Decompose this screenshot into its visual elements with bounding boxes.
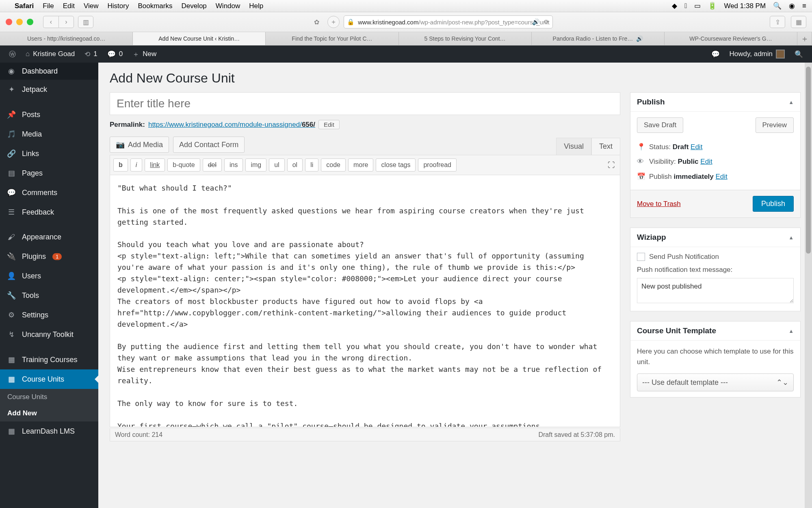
app-name[interactable]: Safari bbox=[15, 2, 34, 10]
wifi-icon[interactable]: 􀙇 bbox=[684, 2, 687, 10]
sidebar-item-learndash-lms[interactable]: ▦LearnDash LMS bbox=[0, 421, 98, 441]
airplay-icon[interactable]: ▭ bbox=[694, 2, 701, 10]
extension-icon[interactable]: ✿ bbox=[310, 16, 323, 28]
sidebar-item-pages[interactable]: ▤Pages bbox=[0, 163, 98, 183]
sidebar-item-dashboard[interactable]: ◉Dashboard bbox=[0, 63, 98, 80]
edit-permalink-button[interactable]: Edit bbox=[318, 120, 340, 129]
quicktag-ol[interactable]: ol bbox=[287, 158, 303, 172]
account-link[interactable]: Howdy, admin bbox=[725, 50, 790, 59]
edit-visibility-link[interactable]: Edit bbox=[700, 158, 712, 165]
evernote-icon[interactable]: ◆ bbox=[672, 2, 677, 10]
sidebar-item-training-courses[interactable]: ▦Training Courses bbox=[0, 350, 98, 369]
menu-help[interactable]: Help bbox=[249, 2, 263, 10]
scrollbar[interactable] bbox=[805, 63, 812, 508]
quicktag-b[interactable]: b bbox=[113, 158, 128, 172]
reload-icon[interactable]: ⟳ bbox=[544, 18, 549, 26]
sidebar-item-comments[interactable]: 💬Comments bbox=[0, 183, 98, 202]
preview-button[interactable]: Preview bbox=[756, 117, 794, 133]
wp-logo[interactable]: ⓦ bbox=[4, 46, 21, 63]
visual-tab[interactable]: Visual bbox=[556, 138, 591, 155]
battery-icon[interactable]: 🔋 bbox=[708, 2, 717, 10]
browser-tab[interactable]: Users - http://kristinegoad.co… bbox=[0, 32, 133, 45]
menu-develop[interactable]: Develop bbox=[181, 2, 206, 10]
push-message-textarea[interactable] bbox=[637, 278, 794, 303]
clock[interactable]: Wed 1:38 PM bbox=[724, 2, 766, 10]
siri-icon[interactable]: ◉ bbox=[789, 2, 795, 10]
save-draft-button[interactable]: Save Draft bbox=[637, 117, 683, 133]
browser-tab[interactable]: Pandora Radio - Listen to Fre… 🔊 bbox=[532, 32, 665, 45]
menu-bookmarks[interactable]: Bookmarks bbox=[138, 2, 172, 10]
post-content-textarea[interactable] bbox=[110, 175, 620, 427]
publish-button[interactable]: Publish bbox=[753, 196, 794, 212]
sidebar-item-jetpack[interactable]: ✦Jetpack bbox=[0, 80, 98, 99]
quicktag-proofread[interactable]: proofread bbox=[418, 158, 457, 172]
fullscreen-icon[interactable]: ⛶ bbox=[606, 159, 617, 171]
browser-tab[interactable]: Find the Topic for Your Pilot C… bbox=[266, 32, 398, 45]
sidebar-button[interactable]: ▥ bbox=[78, 16, 93, 28]
quicktag-img[interactable]: img bbox=[245, 158, 266, 172]
zoom-window-icon[interactable] bbox=[27, 19, 33, 25]
tab-audio-icon[interactable]: 🔊 bbox=[636, 35, 643, 42]
text-tab[interactable]: Text bbox=[591, 138, 620, 155]
spotlight-icon[interactable]: 🔍 bbox=[773, 2, 782, 10]
search-icon[interactable]: 🔍 bbox=[790, 50, 808, 59]
push-notification-checkbox[interactable] bbox=[637, 253, 645, 261]
move-to-trash-link[interactable]: Move to Trash bbox=[637, 200, 681, 208]
toggle-icon[interactable]: ▲ bbox=[788, 99, 794, 105]
forward-button[interactable]: › bbox=[58, 16, 74, 28]
comments-link[interactable]: 💬0 bbox=[102, 46, 128, 63]
menu-window[interactable]: Window bbox=[216, 2, 240, 10]
sidebar-item-media[interactable]: 🎵Media bbox=[0, 124, 98, 144]
sidebar-item-plugins[interactable]: 🔌Plugins1 bbox=[0, 247, 98, 266]
minimize-window-icon[interactable] bbox=[16, 19, 23, 25]
close-window-icon[interactable] bbox=[6, 19, 12, 25]
sidebar-item-settings[interactable]: ⚙Settings bbox=[0, 305, 98, 325]
sidebar-item-links[interactable]: 🔗Links bbox=[0, 144, 98, 163]
reader-audio-icon[interactable]: 🔊 bbox=[532, 18, 540, 26]
tabs-button[interactable]: ▦ bbox=[791, 16, 806, 28]
post-title-input[interactable] bbox=[110, 92, 620, 115]
share-button[interactable]: ⇪ bbox=[770, 16, 785, 28]
menu-edit[interactable]: Edit bbox=[63, 2, 75, 10]
permalink-url[interactable]: https://www.kristinegoad.com/module-unas… bbox=[148, 121, 315, 129]
window-controls[interactable] bbox=[6, 19, 33, 25]
sidebar-subitem[interactable]: Course Units bbox=[0, 389, 98, 405]
sidebar-item-appearance[interactable]: 🖌Appearance bbox=[0, 228, 98, 247]
scrollbar-thumb[interactable] bbox=[806, 67, 811, 254]
toggle-icon[interactable]: ▲ bbox=[788, 234, 794, 241]
menu-file[interactable]: File bbox=[43, 2, 54, 10]
quicktag-code[interactable]: code bbox=[321, 158, 346, 172]
new-tab-button[interactable]: ＋ bbox=[797, 32, 812, 45]
quicktag-link[interactable]: link bbox=[145, 158, 165, 172]
sidebar-subitem[interactable]: Add New bbox=[0, 405, 98, 421]
browser-tab[interactable]: 5 Steps to Revising Your Cont… bbox=[399, 32, 532, 45]
sidebar-item-users[interactable]: 👤Users bbox=[0, 266, 98, 286]
quicktag-ul[interactable]: ul bbox=[269, 158, 284, 172]
edit-status-link[interactable]: Edit bbox=[691, 143, 702, 151]
template-select[interactable]: --- Use default template ---⌃⌄ bbox=[637, 373, 794, 391]
site-link[interactable]: ⌂Kristine Goad bbox=[21, 46, 80, 63]
quicktag-ins[interactable]: ins bbox=[224, 158, 243, 172]
menu-view[interactable]: View bbox=[84, 2, 99, 10]
quicktag-close-tags[interactable]: close tags bbox=[376, 158, 416, 172]
toggle-icon[interactable]: ▲ bbox=[788, 328, 794, 334]
browser-tab[interactable]: Add New Course Unit ‹ Kristin… bbox=[133, 32, 266, 45]
new-content-link[interactable]: ＋New bbox=[128, 46, 161, 63]
add-contact-form-button[interactable]: Add Contact Form bbox=[173, 137, 245, 153]
updates-link[interactable]: ⟲1 bbox=[80, 46, 102, 63]
quicktag-li[interactable]: li bbox=[305, 158, 318, 172]
notifications-icon[interactable]: ≡ bbox=[802, 2, 806, 10]
quicktag-more[interactable]: more bbox=[348, 158, 373, 172]
sidebar-item-feedback[interactable]: ☰Feedback bbox=[0, 202, 98, 222]
url-bar[interactable]: 🔒 www.kristinegoad.com/wp-admin/post-new… bbox=[344, 15, 553, 28]
sidebar-item-uncanny-toolkit[interactable]: ↯Uncanny Toolkit bbox=[0, 325, 98, 344]
quicktag-del[interactable]: del bbox=[203, 158, 222, 172]
quicktag-i[interactable]: i bbox=[130, 158, 143, 172]
add-media-button[interactable]: 📷Add Media bbox=[110, 137, 169, 153]
back-button[interactable]: ‹ bbox=[43, 16, 58, 28]
notifications-icon[interactable]: 💬 bbox=[706, 50, 725, 59]
menu-history[interactable]: History bbox=[108, 2, 129, 10]
sidebar-item-course-units[interactable]: ▦Course Units bbox=[0, 369, 98, 389]
add-page-button[interactable]: ＋ bbox=[327, 16, 340, 28]
browser-tab[interactable]: WP-Courseware Reviewer's G… bbox=[665, 32, 797, 45]
